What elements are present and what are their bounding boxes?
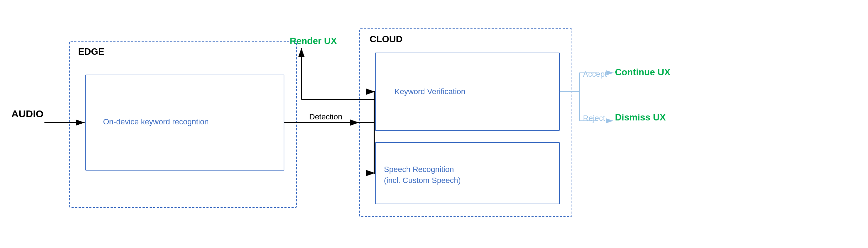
- continue-ux-label: Continue UX: [615, 67, 670, 78]
- render-ux-label: Render UX: [290, 36, 337, 47]
- dismiss-ux-label: Dismiss UX: [615, 112, 666, 123]
- ondevice-keyword-label: On-device keyword recogntion: [103, 117, 209, 126]
- audio-label: AUDIO: [11, 108, 43, 120]
- speech-recognition-label: Speech Recognition(incl. Custom Speech): [384, 164, 461, 186]
- accept-label: Accept: [583, 70, 607, 79]
- keyword-verification-label: Keyword Verification: [395, 87, 465, 96]
- architecture-diagram: AUDIO EDGE On-device keyword recogntion …: [0, 0, 868, 248]
- cloud-label: CLOUD: [370, 34, 402, 45]
- reject-label: Reject: [583, 114, 605, 123]
- detection-label: Detection: [309, 112, 342, 122]
- edge-label: EDGE: [78, 46, 105, 57]
